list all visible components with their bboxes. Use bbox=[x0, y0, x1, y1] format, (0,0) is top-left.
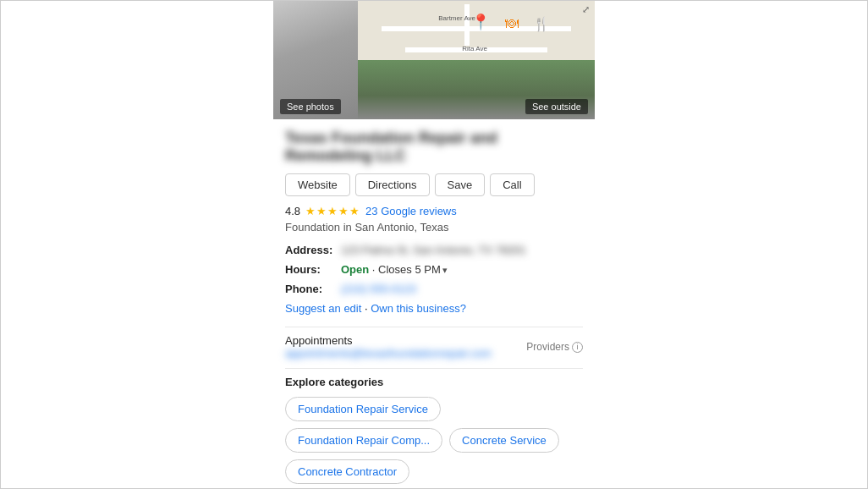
appointments-left: Appointments appointments@texasfoundatio… bbox=[285, 334, 526, 360]
business-title: Texas Foundation Repair and Remodeling L… bbox=[285, 129, 583, 165]
suggest-row: Suggest an edit · Own this business? bbox=[285, 302, 583, 315]
business-info: Texas Foundation Repair and Remodeling L… bbox=[273, 119, 595, 484]
address-value: 123 Palma St, San Antonio, TX 78201 bbox=[341, 244, 526, 256]
appointments-label: Appointments bbox=[285, 334, 353, 347]
stars-icon: ★★★★★ bbox=[305, 205, 360, 217]
map-pin-orange1-icon: 🍽 bbox=[505, 16, 519, 31]
phone-label: Phone: bbox=[285, 283, 336, 295]
suggest-edit-link[interactable]: Suggest an edit bbox=[285, 302, 361, 315]
save-button[interactable]: Save bbox=[435, 173, 486, 196]
map-street-label-1: Bartmer Ave bbox=[438, 14, 475, 22]
hours-dot: · bbox=[369, 263, 378, 276]
action-buttons: Website Directions Save Call bbox=[285, 173, 583, 196]
phone-row: Phone: (210) 555-0123 bbox=[285, 283, 583, 295]
address-row: Address: 123 Palma St, San Antonio, TX 7… bbox=[285, 244, 583, 256]
rating-row: 4.8 ★★★★★ 23 Google reviews bbox=[285, 205, 583, 217]
map-pin-orange2-icon: 🍴 bbox=[533, 16, 550, 32]
website-button[interactable]: Website bbox=[285, 173, 350, 196]
providers-info: Providers i bbox=[526, 341, 583, 353]
chip-foundation-repair-service[interactable]: Foundation Repair Service bbox=[285, 397, 441, 421]
business-category: Foundation in San Antonio, Texas bbox=[285, 221, 583, 234]
left-photo[interactable]: See photos bbox=[273, 1, 358, 119]
chip-foundation-repair-comp[interactable]: Foundation Repair Comp... bbox=[285, 428, 442, 453]
hours-label: Hours: bbox=[285, 263, 336, 276]
chip-concrete-contractor[interactable]: Concrete Contractor bbox=[285, 459, 409, 484]
hours-value: Open · Closes 5 PM▾ bbox=[341, 263, 448, 276]
phone-value: (210) 555-0123 bbox=[341, 283, 416, 295]
call-button[interactable]: Call bbox=[490, 173, 534, 196]
divider-2 bbox=[285, 368, 583, 369]
explore-title: Explore categories bbox=[285, 376, 583, 388]
divider bbox=[285, 327, 583, 327]
providers-info-icon[interactable]: i bbox=[572, 342, 583, 353]
hours-close-time: Closes 5 PM bbox=[378, 263, 441, 276]
category-chips: Foundation Repair Service Foundation Rep… bbox=[285, 397, 583, 484]
appointments-row: Appointments appointments@texasfoundatio… bbox=[285, 334, 583, 360]
hours-open-status: Open bbox=[341, 263, 369, 276]
see-outside-button[interactable]: See outside bbox=[525, 99, 588, 114]
hours-chevron-icon[interactable]: ▾ bbox=[442, 265, 448, 275]
directions-button[interactable]: Directions bbox=[355, 173, 430, 196]
map-view[interactable]: Bartmer Ave Rita Ave 📍 🍽 🍴 ⤢ bbox=[358, 1, 595, 60]
map-street-label-2: Rita Ave bbox=[462, 45, 487, 52]
reviews-link[interactable]: 23 Google reviews bbox=[365, 205, 457, 217]
chip-concrete-service[interactable]: Concrete Service bbox=[449, 428, 559, 453]
map-expand-icon[interactable]: ⤢ bbox=[582, 4, 590, 15]
rating-number: 4.8 bbox=[285, 205, 300, 217]
own-business-link[interactable]: Own this business? bbox=[371, 302, 466, 315]
hours-row: Hours: Open · Closes 5 PM▾ bbox=[285, 263, 583, 276]
image-grid: See photos Bartmer Ave Rita Ave 📍 🍽 🍴 ⤢ bbox=[273, 1, 595, 119]
see-photos-button[interactable]: See photos bbox=[280, 99, 341, 114]
street-view[interactable]: See outside bbox=[358, 60, 595, 119]
map-pin-red-icon: 📍 bbox=[471, 13, 490, 31]
providers-label: Providers bbox=[526, 341, 569, 353]
appointments-link[interactable]: appointments@texasfoundationrepair.com bbox=[285, 347, 492, 360]
address-label: Address: bbox=[285, 244, 336, 256]
